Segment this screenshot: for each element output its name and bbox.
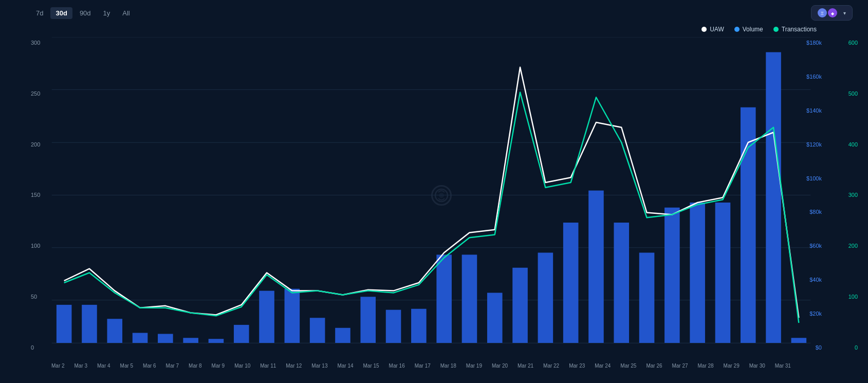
chevron-down-icon: ▾ (843, 10, 846, 16)
x-label: Mar 17 (415, 363, 431, 369)
y-axis-right-txn: 6005004003002001000 (832, 37, 858, 353)
y-right-volume-label: $180k (791, 40, 822, 46)
y-left-label: 150 (31, 192, 51, 198)
x-label: Mar 19 (466, 363, 482, 369)
chart-container: 7d30d90d1yAll Ξ ◆ ▾ UAWVolumeTransaction… (0, 0, 868, 383)
x-label: Mar 6 (143, 363, 156, 369)
x-label: Mar 28 (698, 363, 714, 369)
time-btn-30d[interactable]: 30d (50, 7, 72, 19)
x-label: Mar 16 (389, 363, 405, 369)
svg-text:Ξ: Ξ (821, 11, 824, 16)
x-label: Mar 9 (212, 363, 225, 369)
y-right-volume-label: $80k (791, 209, 822, 215)
y-left-label: 300 (31, 40, 51, 46)
y-right-txn-label: 0 (832, 344, 858, 351)
y-right-volume-label: $140k (791, 107, 822, 114)
legend: UAWVolumeTransactions (31, 26, 858, 33)
legend-item-transactions: Transactions (773, 26, 817, 33)
x-label: Mar 24 (595, 363, 611, 369)
y-right-volume-label: $20k (791, 311, 822, 317)
legend-dot (734, 27, 740, 32)
time-btn-1y[interactable]: 1y (98, 7, 116, 19)
y-right-txn-label: 300 (832, 192, 858, 198)
x-label: Mar 4 (97, 363, 110, 369)
y-left-label: 250 (31, 90, 51, 97)
x-label: Mar 12 (286, 363, 302, 369)
x-label: Mar 22 (543, 363, 559, 369)
x-label: Mar 20 (492, 363, 508, 369)
y-left-label: 50 (31, 294, 51, 300)
time-btn-all[interactable]: All (117, 7, 135, 19)
y-right-txn-label: 100 (832, 294, 858, 300)
x-label: Mar 15 (363, 363, 379, 369)
x-label: Mar 25 (620, 363, 636, 369)
y-right-volume-label: $120k (791, 141, 822, 148)
y-axis-right-volume: $180k$160k$140k$120k$100k$80k$60k$40k$20… (791, 37, 822, 353)
y-right-txn-label: 600 (832, 40, 858, 46)
legend-label: UAW (710, 26, 724, 33)
chart-area: 300250200150100500 $180k$160k$140k$120k$… (31, 37, 858, 353)
y-axis-left: 300250200150100500 (31, 37, 51, 353)
top-bar: 7d30d90d1yAll Ξ ◆ ▾ (31, 5, 858, 21)
time-btn-7d[interactable]: 7d (31, 7, 48, 19)
y-right-txn-label: 400 (832, 141, 858, 148)
x-label: Mar 18 (440, 363, 456, 369)
legend-dot (773, 27, 779, 32)
y-left-label: 100 (31, 243, 51, 249)
x-label: Mar 5 (120, 363, 134, 369)
chart-canvas (51, 37, 811, 353)
x-label: Mar 29 (724, 363, 740, 369)
legend-item-volume: Volume (734, 26, 763, 33)
x-label: Mar 26 (646, 363, 662, 369)
x-label: Mar 30 (749, 363, 765, 369)
x-label: Mar 14 (337, 363, 353, 369)
legend-dot (701, 27, 707, 32)
x-label: Mar 10 (234, 363, 250, 369)
time-btn-90d[interactable]: 90d (75, 7, 96, 19)
y-right-volume-label: $0 (791, 344, 822, 351)
legend-label: Transactions (782, 26, 817, 33)
x-label: Mar 31 (775, 363, 791, 369)
y-right-volume-label: $60k (791, 243, 822, 249)
chain-icons: Ξ ◆ (818, 8, 837, 17)
legend-label: Volume (743, 26, 763, 33)
y-right-volume-label: $40k (791, 277, 822, 283)
svg-text:◆: ◆ (831, 11, 835, 16)
y-right-volume-label: $160k (791, 74, 822, 80)
y-left-label: 0 (31, 344, 51, 351)
x-label: Mar 27 (672, 363, 688, 369)
time-buttons: 7d30d90d1yAll (31, 7, 135, 19)
y-right-volume-label: $100k (791, 175, 822, 181)
x-label: Mar 2 (51, 363, 65, 369)
x-label: Mar 11 (260, 363, 276, 369)
x-label: Mar 3 (75, 363, 88, 369)
x-label: Mar 8 (189, 363, 202, 369)
y-right-txn-label: 500 (832, 90, 858, 97)
x-label: Mar 21 (518, 363, 533, 369)
x-axis: Mar 2Mar 3Mar 4Mar 5Mar 6Mar 7Mar 8Mar 9… (51, 363, 791, 369)
chains-selector[interactable]: Ξ ◆ ▾ (811, 5, 853, 21)
x-label: Mar 7 (166, 363, 179, 369)
y-left-label: 200 (31, 141, 51, 148)
x-label: Mar 13 (311, 363, 327, 369)
y-right-txn-label: 200 (832, 243, 858, 249)
x-label: Mar 23 (569, 363, 585, 369)
legend-item-uaw: UAW (701, 26, 724, 33)
